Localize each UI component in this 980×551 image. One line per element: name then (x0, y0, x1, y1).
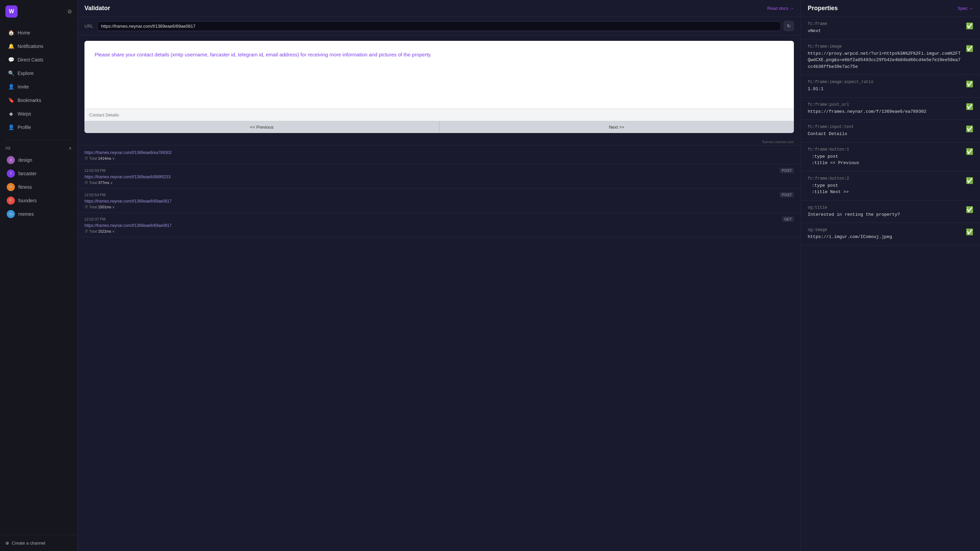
property-row: fc:frame:image https://proxy.wrpcd.net/?… (801, 40, 980, 75)
property-row: fc:frame vNext ✅ (801, 17, 980, 40)
property-content: fc:frame:button:2 :type post:title Next … (808, 176, 962, 195)
property-row: og:image https://i.imgur.com/IComouj.jpe… (801, 223, 980, 245)
sidebar-logo-area: W ⚙ (0, 0, 77, 23)
channels-section-header: All ∧ (0, 143, 77, 153)
channel-item-memes[interactable]: mmemes (3, 207, 75, 221)
sidebar: W ⚙ 🏠Home🔔Notifications💬Direct Casts🔍Exp… (0, 0, 78, 551)
valid-icon: ✅ (966, 228, 973, 236)
url-label: URL (84, 24, 95, 29)
validator-section: Validator Read docs → URL ↻ Please share… (78, 0, 801, 551)
properties-list: fc:frame vNext ✅ fc:frame:image https://… (801, 17, 980, 551)
log-meta: ⏱ Total 1522ms ∨ (84, 229, 794, 233)
read-docs-link[interactable]: Read docs → (767, 6, 794, 11)
channels-collapse-icon[interactable]: ∧ (68, 146, 72, 151)
sidebar-item-label-invite: Invite (18, 84, 29, 89)
property-value: https://frames.neynar.com/f/1369eae6/ea7… (808, 108, 962, 115)
app-logo[interactable]: W (5, 5, 18, 17)
sidebar-item-warps[interactable]: ◆Warps (3, 107, 75, 120)
frame-input-bar (84, 108, 794, 121)
property-value: https://proxy.wrpcd.net/?url=https%3A%2F… (808, 50, 962, 70)
log-method: POST (780, 168, 794, 173)
log-item-header: 12:02:37 PMGET (84, 216, 794, 222)
spec-link[interactable]: Spec → (958, 6, 973, 11)
log-meta: ⏱ Total 377ms ∨ (84, 181, 794, 185)
channel-item-fitness[interactable]: fifitness (3, 180, 75, 194)
sidebar-item-label-notifications: Notifications (18, 44, 43, 49)
valid-icon: ✅ (966, 80, 973, 88)
sidebar-item-home[interactable]: 🏠Home (3, 26, 75, 39)
property-key: fc:frame:button:1 (808, 147, 962, 152)
frame-contact-input[interactable] (89, 113, 789, 118)
direct-casts-icon: 💬 (8, 57, 14, 63)
log-url: https://frames.neynar.com/f/1369eae6/ea7… (84, 150, 794, 155)
property-value: https://i.imgur.com/IComouj.jpeg (808, 233, 962, 240)
previous-button[interactable]: << Previous (84, 121, 439, 133)
sidebar-item-label-explore: Explore (18, 71, 33, 76)
request-log: https://frames.neynar.com/f/1369eae6/ea7… (78, 145, 800, 551)
next-button[interactable]: Next >> (439, 121, 794, 133)
sidebar-item-label-home: Home (18, 30, 30, 35)
property-value: 1.91:1 (808, 86, 962, 92)
channels-label: All (5, 146, 10, 151)
property-value: :type post:title << Previous (808, 153, 962, 167)
url-input[interactable] (97, 21, 781, 31)
log-item: 12:02:37 PMGEThttps://frames.neynar.com/… (78, 213, 800, 237)
log-url: https://frames.neynar.com/f/1369eae6/69a… (84, 199, 794, 203)
property-key: fc:frame:input:text (808, 125, 962, 129)
sidebar-item-bookmarks[interactable]: 🔖Bookmarks (3, 94, 75, 107)
channel-item-design[interactable]: ddesign (3, 153, 75, 167)
log-timestamp: 12:02:54 PM (84, 193, 105, 197)
property-content: fc:frame vNext (808, 22, 962, 35)
sidebar-item-invite[interactable]: 👤Invite (3, 80, 75, 93)
create-channel-button[interactable]: ⊕ Create a channel (5, 540, 72, 546)
log-method: POST (780, 192, 794, 197)
warps-icon: ◆ (8, 111, 14, 117)
property-content: fc:frame:post_url https://frames.neynar.… (808, 102, 962, 115)
channel-name-design: design (18, 157, 32, 163)
valid-icon: ✅ (966, 45, 973, 52)
log-method: GET (782, 216, 794, 222)
plus-icon: ⊕ (5, 540, 9, 546)
sidebar-item-label-warps: Warps (18, 111, 31, 116)
property-key: fc:frame:post_url (808, 102, 962, 107)
log-item: https://frames.neynar.com/f/1369eae6/ea7… (78, 146, 800, 164)
frame-buttons: << Previous Next >> (84, 121, 794, 133)
channel-avatar-fitness: fi (7, 183, 15, 191)
sidebar-item-explore[interactable]: 🔍Explore (3, 67, 75, 80)
properties-panel: Properties Spec → fc:frame vNext ✅ fc:fr… (801, 0, 980, 551)
channel-name-memes: memes (18, 211, 34, 217)
sidebar-item-direct-casts[interactable]: 💬Direct Casts (3, 53, 75, 66)
valid-icon: ✅ (966, 148, 973, 155)
property-key: fc:frame (808, 22, 962, 26)
sidebar-bottom: ⊕ Create a channel (0, 535, 77, 551)
validator-header: Validator Read docs → (78, 0, 800, 17)
channel-item-founders[interactable]: Ffounders (3, 194, 75, 207)
explore-icon: 🔍 (8, 70, 14, 76)
validator-panel: Validator Read docs → URL ↻ Please share… (78, 0, 980, 551)
channel-name-founders: founders (18, 198, 37, 203)
main-content: Validator Read docs → URL ↻ Please share… (78, 0, 980, 551)
property-row: fc:frame:button:2 :type post:title Next … (801, 171, 980, 200)
home-icon: 🏠 (8, 30, 14, 36)
valid-icon: ✅ (966, 103, 973, 110)
refresh-button[interactable]: ↻ (784, 21, 794, 31)
frame-image-area: Please share your contact details (xmtp … (84, 41, 794, 108)
sidebar-item-profile[interactable]: 👤Profile (3, 121, 75, 134)
sidebar-item-label-bookmarks: Bookmarks (18, 98, 41, 103)
channel-avatar-design: d (7, 156, 15, 164)
invite-icon: 👤 (8, 84, 14, 90)
log-item: 12:02:54 PMPOSThttps://frames.neynar.com… (78, 189, 800, 213)
log-meta: ⏱ Total 1414ms ∨ (84, 156, 794, 161)
channel-item-farcaster[interactable]: ffarcaster (3, 167, 75, 180)
channel-avatar-founders: F (7, 197, 15, 205)
settings-icon[interactable]: ⚙ (67, 8, 72, 15)
url-bar: URL ↻ (78, 17, 800, 35)
frame-preview: Please share your contact details (xmtp … (84, 41, 794, 133)
sidebar-item-label-profile: Profile (18, 125, 31, 130)
frame-source: frames.neynar.com (78, 138, 800, 145)
property-content: og:title Interested in renting the prope… (808, 205, 962, 218)
property-row: og:title Interested in renting the prope… (801, 200, 980, 223)
sidebar-item-notifications[interactable]: 🔔Notifications (3, 40, 75, 53)
channel-avatar-memes: m (7, 210, 15, 218)
property-key: og:image (808, 227, 962, 232)
